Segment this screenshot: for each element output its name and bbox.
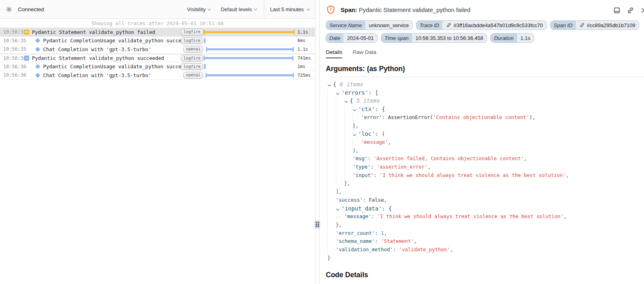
indent-guide (327, 138, 336, 147)
scope-tag: openai (184, 46, 203, 53)
trace-row[interactable]: 10:56:35Pydantic Statement validate_pyth… (0, 28, 315, 37)
chevron-down-icon[interactable] (336, 205, 341, 213)
indent-guide (344, 138, 353, 147)
code-line: } (326, 254, 644, 262)
indent-guide (336, 122, 344, 130)
scope-tag-pill: openai (183, 72, 203, 79)
timeline (204, 54, 294, 62)
gear-icon[interactable] (6, 6, 12, 13)
code-token: ], (336, 188, 342, 196)
default-levels-dropdown[interactable]: Default levels (218, 6, 259, 12)
indent-guide (327, 213, 336, 221)
indent-guide (327, 179, 336, 188)
trace-row[interactable]: 10:56:35Pydantic CompletionUsage validat… (0, 37, 315, 46)
duration-text: 6ms (295, 38, 315, 43)
link-icon[interactable] (626, 6, 634, 14)
badge-value: 1.1s (517, 34, 534, 42)
indent-guide (336, 113, 344, 122)
code-line: 'success': False, (326, 196, 644, 205)
close-icon[interactable] (640, 6, 644, 14)
panel-resize-handle[interactable] (315, 220, 320, 228)
trace-label: Chat Completion with 'gpt-3.5-turbo' (43, 46, 151, 52)
trace-row[interactable]: 10:56:36Chat Completion with 'gpt-3.5-tu… (0, 71, 315, 80)
chevron-down-icon[interactable] (327, 80, 333, 89)
trace-time: 10:56:36 (0, 56, 24, 61)
indent-guide (327, 155, 336, 163)
scope-tag: openai (184, 72, 203, 79)
code-token: , (563, 213, 567, 221)
code-line: 'ctx': { (326, 105, 644, 113)
code-token: : (393, 246, 399, 254)
chevron-down-icon[interactable] (344, 97, 350, 105)
timeline (204, 71, 294, 79)
trace-row[interactable]: 10:56:35Chat Completion with 'gpt-3.5-tu… (0, 45, 315, 54)
scope-tag-pill: logfire (181, 55, 203, 62)
arguments-heading: Arguments: (as Python) (326, 65, 644, 73)
trace-row[interactable]: 10:56:36Pydantic Statement validate_pyth… (0, 54, 315, 63)
chevron-down-icon[interactable] (336, 89, 341, 97)
badge-label: Date (326, 34, 343, 42)
badge-value[interactable]: #3ff16acbdde4a547b01d9c9c533fcc70 (442, 21, 547, 30)
chevron-down-icon[interactable] (353, 130, 358, 138)
badge-date: Date2024-05-01 (326, 33, 378, 43)
duration-bar (204, 64, 206, 69)
tab-raw-data[interactable]: Raw Data (353, 49, 376, 58)
trace-time: 10:56:36 (0, 72, 24, 78)
trace-list-panel: Connected Visibility Default levels Last… (0, 0, 315, 284)
trace-main: Pydantic CompletionUsage validate_python… (24, 38, 184, 44)
duration-text: 741ms (295, 56, 315, 61)
scope-tag-pill: logfire (181, 63, 203, 70)
badge-trace-id: Trace ID#3ff16acbdde4a547b01d9c9c533fcc7… (416, 20, 547, 30)
collapse-warning-icon[interactable] (24, 30, 29, 35)
indent-guide (353, 113, 361, 122)
code-token: { (333, 80, 340, 89)
code-token: , (414, 237, 417, 246)
indent-guide (327, 196, 336, 205)
code-token: : (371, 213, 377, 221)
duration-text: 725ms (295, 73, 315, 78)
indent-guide (327, 188, 336, 196)
indent-guide (336, 105, 344, 113)
code-line: 'message', (326, 138, 644, 147)
code-token: : (375, 237, 381, 246)
visibility-dropdown[interactable]: Visibility (184, 6, 213, 12)
code-token: 'type' (353, 163, 371, 171)
span-diamond-icon (35, 47, 40, 52)
code-token: 'error_count' (336, 229, 375, 238)
app: Connected Visibility Default levels Last… (0, 0, 644, 284)
trace-time: 10:56:35 (0, 46, 24, 52)
duration-text: 1.1s (295, 30, 315, 35)
indent-guide (336, 163, 344, 171)
code-token: , (384, 196, 387, 205)
code-token: 'msg' (353, 155, 368, 163)
indent-guide (336, 97, 344, 105)
code-token: 'message' (361, 138, 388, 147)
indent-guide (336, 147, 344, 155)
span-diamond-icon (35, 64, 40, 69)
code-token: 1 (381, 229, 384, 238)
panel-bottom-icon[interactable] (613, 6, 621, 14)
duration-bar (204, 31, 294, 33)
indent-guide (327, 221, 336, 229)
visibility-label: Visibility (187, 6, 206, 12)
trace-label: Pydantic Statement validate_python faile… (32, 29, 155, 35)
code-line: 'schema_name': 'Statement', (326, 237, 644, 246)
tab-details[interactable]: Details (326, 49, 342, 58)
trace-time: 10:56:35 (0, 38, 24, 44)
chevron-down-icon[interactable] (353, 105, 358, 113)
code-line: }, (326, 122, 644, 130)
badge-value[interactable]: #cc89a295db1b7109 (576, 21, 639, 30)
badge-label: Service Name (326, 21, 365, 30)
time-range-dropdown[interactable]: Last 5 minutes (264, 0, 315, 18)
link-icon (579, 22, 585, 28)
code-token: 'Contains objectionable content' (433, 113, 529, 122)
collapse-icon[interactable] (24, 56, 29, 61)
indent-guide (336, 179, 344, 188)
indent-guide (327, 147, 336, 155)
trace-row[interactable]: 10:56:36Pydantic CompletionUsage validat… (0, 62, 315, 71)
traces-banner: Showing all traces after 2024-05-01 10:5… (0, 19, 315, 28)
span-diamond-icon (35, 73, 40, 78)
detail-tabs: DetailsRaw Data (326, 49, 644, 58)
code-token: ), (353, 147, 359, 155)
code-token: 'validation_method' (336, 246, 393, 254)
